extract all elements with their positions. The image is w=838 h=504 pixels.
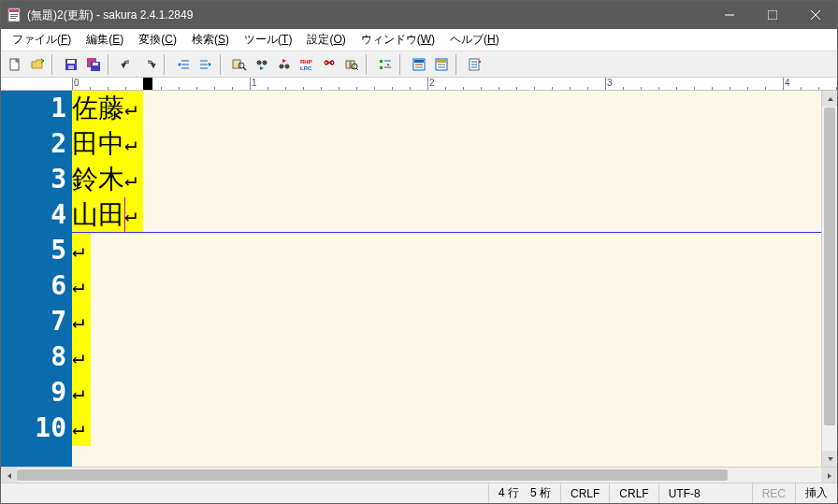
svg-point-59 [479,61,481,63]
new-file-button[interactable] [5,54,25,75]
svg-rect-39 [346,61,350,68]
crlf-icon: ↵ [124,162,143,197]
grep-button[interactable] [341,54,362,75]
redo-button[interactable] [139,54,160,75]
text-line[interactable]: ↵ [72,375,821,410]
text-line[interactable]: ↵ [72,268,821,304]
svg-point-32 [286,65,288,67]
text-line[interactable]: 佐藤↵ [72,91,821,126]
save-button[interactable] [61,54,81,75]
toolbar-separator [164,54,169,75]
open-file-button[interactable] [27,54,48,75]
svg-rect-12 [68,65,74,69]
crlf-icon: ↵ [72,304,91,339]
find-mark-button[interactable] [319,54,340,75]
status-encoding: UTF-8 [658,483,752,503]
minimize-button[interactable] [708,1,751,29]
crlf-icon: ↵ [124,91,143,126]
current-line-indicator [72,232,821,233]
status-position: 4 行 5 桁 [488,483,560,503]
menu-convert[interactable]: 変換(C) [131,30,184,50]
status-insert-mode: 挿入 [795,483,837,503]
svg-rect-11 [67,60,75,64]
settings-list-button[interactable] [465,54,485,75]
line-text: 山田 [72,197,124,233]
scroll-down-button[interactable] [822,451,837,467]
text-line[interactable]: ↵ [72,233,821,268]
line-text: 佐藤 [72,91,124,126]
replace-button[interactable]: RHPLRC [296,54,317,75]
text-line[interactable]: ↵ [72,410,821,446]
svg-point-27 [258,62,260,64]
line-number: 3 [1,162,66,197]
scroll-left-button[interactable] [1,468,17,483]
outline-button[interactable] [375,54,396,75]
editor-area: 12345678910 佐藤↵田中↵鈴木↵山田↵↵↵↵↵↵↵ [1,91,837,467]
svg-text:RHP: RHP [300,59,312,65]
find-prev-button[interactable] [274,54,295,75]
svg-rect-2 [10,14,18,15]
svg-rect-52 [437,60,446,63]
toolbar-separator [399,54,405,75]
statusbar: 4 行 5 桁 CRLF CRLF UTF-8 REC 挿入 [1,482,837,503]
svg-point-28 [264,62,266,64]
text-line[interactable]: 山田↵ [72,197,821,233]
line-text: 鈴木 [72,162,124,197]
find-next-button[interactable] [252,54,272,75]
toolbar-separator [220,54,225,75]
line-number: 7 [1,304,66,339]
line-number: 8 [1,339,66,375]
scroll-up-button[interactable] [822,91,837,107]
app-icon [7,7,22,22]
find-button[interactable] [229,54,250,75]
text-line[interactable]: 鈴木↵ [72,162,821,197]
maximize-button[interactable] [751,1,794,29]
status-eol-file: CRLF [560,483,609,503]
text-line[interactable]: ↵ [72,339,821,375]
menu-tools[interactable]: ツール(T) [237,30,299,50]
indent-left-button[interactable] [173,54,194,75]
svg-rect-3 [10,16,18,17]
text-line[interactable]: ↵ [72,304,821,339]
svg-rect-44 [380,66,383,69]
menu-help[interactable]: ヘルプ(H) [442,30,507,50]
toolbar-separator [455,54,461,75]
crlf-icon: ↵ [72,339,91,375]
menu-search[interactable]: 検索(S) [184,30,237,50]
line-number: 10 [1,410,66,446]
close-button[interactable] [794,1,837,29]
line-number: 9 [1,375,66,410]
svg-rect-48 [414,60,424,63]
common-settings-button[interactable] [431,54,452,75]
scroll-right-button[interactable] [821,468,837,483]
horizontal-scroll-track[interactable] [17,468,821,482]
ruler: 01234 [1,78,837,91]
svg-rect-6 [768,10,777,20]
menu-window[interactable]: ウィンドウ(W) [354,30,442,50]
vertical-scroll-thumb[interactable] [824,108,835,425]
undo-button[interactable] [117,54,137,75]
crlf-icon: ↵ [72,410,91,446]
toolbar-separator [108,54,113,75]
horizontal-scroll-thumb[interactable] [17,469,728,481]
save-all-button[interactable] [83,54,104,75]
text-area[interactable]: 佐藤↵田中↵鈴木↵山田↵↵↵↵↵↵↵ [72,91,821,467]
crlf-icon: ↵ [72,233,91,268]
menubar: ファイル(F) 編集(E) 変換(C) 検索(S) ツール(T) 設定(O) ウ… [1,29,837,51]
text-line[interactable]: 田中↵ [72,126,821,162]
line-number: 6 [1,268,66,304]
toolbar: RHPLRC [1,51,837,78]
horizontal-scrollbar[interactable] [1,467,837,482]
crlf-icon: ↵ [72,268,91,304]
svg-line-24 [243,67,246,70]
line-text: 田中 [72,126,124,162]
status-rec: REC [752,483,795,503]
menu-file[interactable]: ファイル(F) [5,30,79,50]
type-settings-button[interactable] [409,54,429,75]
indent-right-button[interactable] [195,54,216,75]
menu-edit[interactable]: 編集(E) [79,30,131,50]
vertical-scrollbar[interactable] [821,91,837,467]
status-eol-line: CRLF [609,483,657,503]
menu-settings[interactable]: 設定(O) [299,30,353,50]
line-number: 2 [1,126,66,162]
